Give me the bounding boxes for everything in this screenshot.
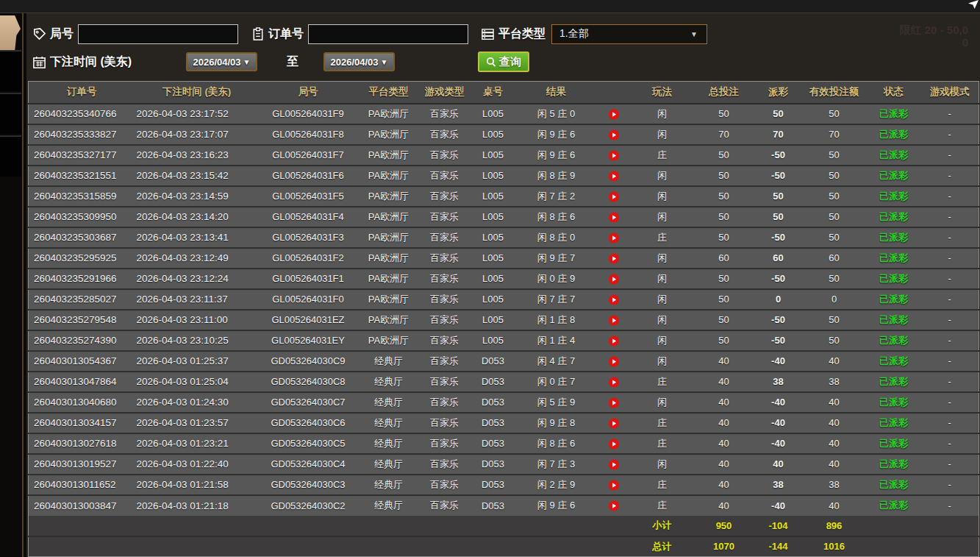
payout-amount: 38 bbox=[755, 475, 802, 495]
replay-video-icon[interactable] bbox=[608, 459, 620, 470]
status-badge: 已派彩 bbox=[867, 372, 921, 392]
play-type: 闲 bbox=[632, 310, 693, 330]
table-row: 260403235315859 2026-04-03 23:14:59 GL00… bbox=[29, 186, 979, 207]
table-row: 260403013003847 2026-04-03 01:21:18 GD05… bbox=[29, 495, 979, 516]
total-bet: 50 bbox=[693, 145, 755, 166]
game-type: 百家乐 bbox=[420, 330, 470, 351]
replay-video-icon[interactable] bbox=[608, 315, 620, 326]
play-type: 庄 bbox=[632, 433, 693, 454]
result-score: 闲 1 庄 4 bbox=[517, 330, 596, 351]
bet-time-label: 下注时间 (美东) bbox=[50, 54, 132, 70]
platform-select[interactable]: 1.全部 ▼ bbox=[551, 24, 707, 44]
table-number: D053 bbox=[470, 413, 517, 433]
round-label: 局号 bbox=[50, 26, 74, 42]
game-mode: - bbox=[921, 330, 979, 351]
table-row: 260403013011652 2026-04-03 01:21:58 GD05… bbox=[29, 475, 979, 495]
replay-video-icon[interactable] bbox=[608, 130, 620, 141]
game-type: 百家乐 bbox=[420, 351, 470, 372]
payout-amount: -40 bbox=[755, 433, 802, 454]
game-mode: - bbox=[921, 454, 979, 475]
order-number: 260403013054367 bbox=[29, 351, 135, 372]
replay-video-icon[interactable] bbox=[608, 336, 620, 347]
platform-type: PA欧洲厅 bbox=[358, 207, 420, 227]
game-type: 百家乐 bbox=[420, 248, 470, 269]
replay-video-icon[interactable] bbox=[608, 150, 620, 161]
valid-bet: 40 bbox=[802, 413, 867, 433]
game-type: 百家乐 bbox=[420, 433, 470, 454]
replay-video-icon[interactable] bbox=[608, 480, 620, 491]
replay-video-icon[interactable] bbox=[608, 171, 620, 182]
table-row: 260403235285027 2026-04-03 23:11:37 GL00… bbox=[29, 289, 979, 310]
replay-video-icon[interactable] bbox=[608, 212, 620, 223]
result-score: 闲 9 庄 6 bbox=[517, 145, 596, 166]
order-number: 260403235309950 bbox=[29, 207, 135, 227]
platform-type: PA欧洲厅 bbox=[358, 186, 420, 207]
valid-bet: 60 bbox=[802, 248, 867, 269]
total-bet: 1070 bbox=[693, 536, 755, 557]
platform-type: PA欧洲厅 bbox=[358, 145, 420, 166]
replay-video-icon[interactable] bbox=[608, 356, 620, 367]
game-mode: - bbox=[921, 207, 979, 227]
game-mode: - bbox=[921, 145, 979, 166]
game-type: 百家乐 bbox=[420, 104, 470, 124]
valid-bet: 50 bbox=[802, 166, 867, 186]
replay-video-icon[interactable] bbox=[608, 253, 620, 264]
play-type: 闲 bbox=[632, 124, 693, 145]
valid-bet: 0 bbox=[802, 289, 867, 310]
chevron-down-icon: ▼ bbox=[690, 30, 698, 38]
date-from-picker[interactable]: 2026/04/03 ▼ bbox=[186, 52, 257, 71]
payout-amount: 50 bbox=[755, 186, 802, 207]
query-button[interactable]: 查询 bbox=[478, 52, 529, 72]
sidebar-collapse-tab[interactable] bbox=[0, 15, 21, 51]
total-bet: 50 bbox=[693, 104, 755, 124]
play-type: 闲 bbox=[632, 166, 693, 186]
play-type: 庄 bbox=[632, 495, 693, 516]
total-bet: 40 bbox=[693, 392, 755, 413]
order-input[interactable] bbox=[308, 24, 468, 44]
bet-time: 2026-04-03 23:11:00 bbox=[135, 310, 259, 330]
total-bet: 60 bbox=[693, 248, 755, 269]
replay-video-icon[interactable] bbox=[608, 500, 620, 511]
order-filter-group: 订单号 bbox=[251, 24, 468, 44]
platform-type: 经典厅 bbox=[358, 454, 420, 475]
play-type: 庄 bbox=[632, 413, 693, 433]
payout-amount: -40 bbox=[755, 351, 802, 372]
date-to-picker[interactable]: 2026/04/03 ▼ bbox=[323, 52, 395, 71]
table-row: 260403235291966 2026-04-03 23:12:24 GL00… bbox=[29, 269, 979, 289]
chevron-down-icon: ▼ bbox=[381, 58, 388, 66]
platform-type: PA欧洲厅 bbox=[358, 166, 420, 186]
clipboard-icon bbox=[251, 27, 265, 41]
result-score: 闲 7 庄 7 bbox=[517, 289, 596, 310]
bet-time: 2026-04-03 23:10:25 bbox=[135, 330, 259, 351]
payout-amount: -40 bbox=[755, 413, 802, 433]
game-type: 百家乐 bbox=[420, 310, 470, 330]
table-row: 260403013040680 2026-04-03 01:24:30 GD05… bbox=[29, 392, 979, 413]
subtotal-row: 小计 950 -104 896 bbox=[29, 516, 979, 536]
table-row: 260403235309950 2026-04-03 23:14:20 GL00… bbox=[29, 207, 979, 227]
play-type: 闲 bbox=[632, 207, 693, 227]
round-input[interactable] bbox=[78, 24, 238, 44]
subtotal-label: 小计 bbox=[632, 516, 693, 536]
game-type: 百家乐 bbox=[420, 269, 470, 289]
order-number: 260403235285027 bbox=[29, 289, 135, 310]
replay-video-icon[interactable] bbox=[608, 418, 620, 429]
table-row: 260403013034157 2026-04-03 01:23:57 GD05… bbox=[29, 413, 979, 433]
replay-video-icon[interactable] bbox=[608, 294, 620, 305]
status-badge: 已派彩 bbox=[867, 248, 921, 269]
valid-bet: 50 bbox=[802, 145, 867, 166]
platform-type: PA欧洲厅 bbox=[358, 289, 420, 310]
payout-amount: 70 bbox=[755, 124, 802, 145]
replay-video-icon[interactable] bbox=[608, 439, 620, 450]
replay-video-icon[interactable] bbox=[608, 109, 620, 120]
replay-video-icon[interactable] bbox=[608, 274, 620, 285]
replay-video-icon[interactable] bbox=[608, 191, 620, 202]
platform-type: PA欧洲厅 bbox=[358, 124, 420, 145]
replay-video-icon[interactable] bbox=[608, 233, 620, 244]
payout-amount: -50 bbox=[755, 166, 802, 186]
table-number: L005 bbox=[470, 186, 517, 207]
platform-type: 经典厅 bbox=[358, 495, 420, 516]
replay-video-icon[interactable] bbox=[608, 377, 620, 388]
play-type: 闲 bbox=[632, 248, 693, 269]
order-number: 260403235274390 bbox=[29, 330, 135, 351]
replay-video-icon[interactable] bbox=[608, 397, 620, 408]
